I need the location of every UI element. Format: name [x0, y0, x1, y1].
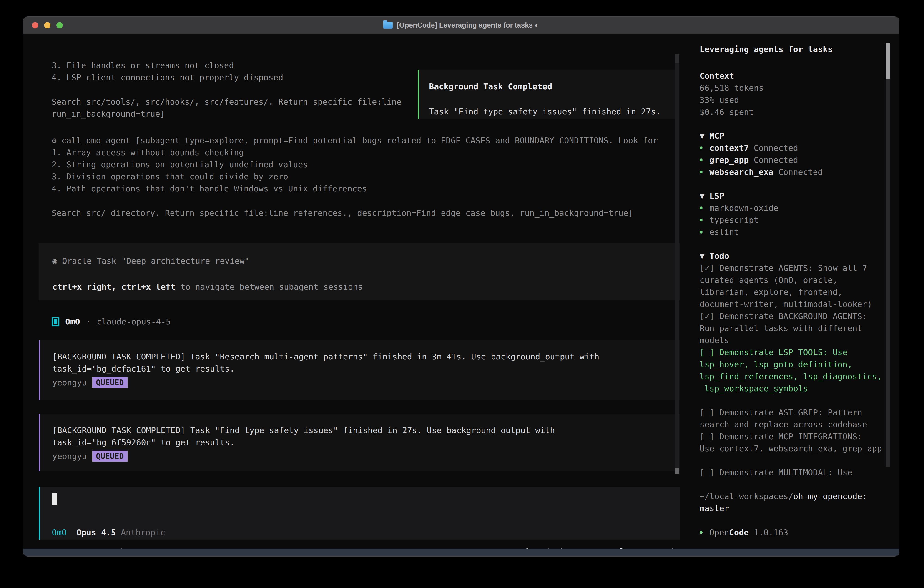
status-dot-icon: [700, 147, 703, 149]
spacer: [67, 528, 76, 537]
terminal-output-paragraph: Search src/tools/, src/hooks/, src/featu…: [52, 96, 401, 120]
message-line: task_id="bg_dcfac161" to get results.: [52, 363, 680, 375]
chat-scrollbar[interactable]: [675, 54, 679, 474]
input-meta-row: OmO Opus 4.5 Anthropic: [52, 528, 165, 537]
message-meta-row: yeongyu QUEUED: [52, 451, 680, 462]
message-author: yeongyu: [52, 378, 87, 387]
sidebar: Leveraging agents for tasks Context 66,5…: [685, 34, 899, 548]
message-line: [BACKGROUND TASK COMPLETED] Task "Find t…: [52, 424, 680, 436]
context-heading: Context: [700, 70, 899, 82]
chat-scrollbar-thumb[interactable]: [675, 468, 679, 474]
status-dot-icon: [700, 159, 703, 162]
spacer: [116, 528, 121, 537]
todo-section-pending: [ ] Demonstrate AST-GREP: Pattern search…: [700, 406, 899, 454]
oracle-task-title-line: ◉ Oracle Task "Deep architecture review": [52, 255, 680, 267]
chevron-down-icon: ▼: [700, 191, 710, 201]
lsp-name: typescript: [710, 214, 759, 226]
tool-call-block: ⚙ call_omo_agent [subagent_type=explore,…: [52, 134, 658, 219]
chat-scrollbar-top[interactable]: [675, 54, 679, 63]
app-version: 1.0.163: [749, 526, 788, 538]
tool-call-item: 3. Division operations that could divide…: [52, 170, 658, 183]
status-dot-icon: [700, 218, 703, 221]
lsp-heading[interactable]: ▼ LSP: [700, 190, 899, 202]
gear-icon: ⚙: [52, 136, 57, 145]
mcp-status: Connected: [774, 166, 823, 178]
text-cursor: [52, 493, 57, 505]
todo-section: ▼ Todo [✓] Demonstrate AGENTS: Show all …: [700, 250, 899, 395]
screen: [OpenCode] Leveraging agents for tasks ◐…: [0, 0, 924, 588]
mcp-item: grep_app Connected: [700, 154, 899, 166]
chat-area: 3. File handles or streams not closed 4.…: [23, 34, 683, 548]
lsp-item: markdown-oxide: [700, 202, 899, 214]
message-line: [BACKGROUND TASK COMPLETED] Task "Resear…: [52, 351, 680, 363]
prompt-input[interactable]: OmO Opus 4.5 Anthropic: [39, 487, 680, 540]
shortcut-keys: ctrl+x right, ctrl+x left: [52, 282, 175, 291]
app-window: [OpenCode] Leveraging agents for tasks ◐…: [23, 17, 899, 557]
agent-model: claude-opus-4-5: [97, 317, 171, 326]
notification-body: Task "Find type safety issues" finished …: [429, 106, 678, 117]
chevron-down-icon: ▼: [700, 131, 710, 140]
agent-session-row[interactable]: OmO · claude-opus-4-5: [52, 315, 171, 328]
git-branch: master: [700, 502, 899, 514]
close-button[interactable]: [32, 22, 38, 28]
todo-line: librarian, explore, frontend,: [700, 286, 899, 298]
context-section: Context 66,518 tokens 33% used $0.46 spe…: [700, 70, 899, 118]
todo-section-multimodal: [ ] Demonstrate MULTIMODAL: Use: [700, 466, 899, 478]
workspace-path-block: ~/local-workspaces/oh-my-opencode: maste…: [700, 490, 899, 514]
todo-line: [✓] Demonstrate BACKGROUND AGENTS:: [700, 310, 899, 322]
terminal-line: 3. File handles or streams not closed: [52, 59, 283, 71]
lsp-heading-label: LSP: [710, 191, 724, 201]
sidebar-scrollbar[interactable]: [886, 43, 890, 467]
mcp-name: websearch_exa: [710, 166, 774, 178]
context-spent: $0.46 spent: [700, 106, 899, 118]
separator-dot: ·: [86, 317, 91, 326]
queued-message: [BACKGROUND TASK COMPLETED] Task "Find t…: [39, 414, 680, 471]
mcp-item: websearch_exa Connected: [700, 166, 899, 178]
todo-heading[interactable]: ▼ Todo: [700, 250, 899, 262]
todo-line: [ ] Demonstrate MCP INTEGRATIONS:: [700, 430, 899, 443]
todo-line: [✓] Demonstrate AGENTS: Show all 7: [700, 262, 899, 274]
lsp-name: markdown-oxide: [710, 202, 778, 214]
folder-icon: [383, 22, 393, 29]
input-provider: Anthropic: [121, 528, 165, 537]
todo-line-active: [ ] Demonstrate LSP TOOLS: Use: [700, 346, 899, 358]
titlebar: [OpenCode] Leveraging agents for tasks ◐: [23, 17, 899, 34]
todo-line: models: [700, 334, 899, 346]
oracle-hint-line: ctrl+x right, ctrl+x left to navigate be…: [52, 281, 680, 293]
oracle-task-panel[interactable]: ◉ Oracle Task "Deep architecture review"…: [39, 243, 680, 301]
status-badge: QUEUED: [92, 451, 127, 462]
tool-call-item: 4. Path operations that don't handle Win…: [52, 183, 658, 195]
terminal-output-paragraph: 3. File handles or streams not closed 4.…: [52, 59, 283, 83]
terminal-line: 4. LSP client connections not properly d…: [52, 71, 283, 83]
version-row: OpenCode 1.0.163: [700, 526, 899, 538]
mcp-name: context7: [710, 142, 749, 154]
minimize-button[interactable]: [44, 22, 51, 28]
context-used: 33% used: [700, 94, 899, 106]
status-dot-icon: [700, 531, 703, 534]
todo-line: Run parallel tasks with different: [700, 322, 899, 334]
input-model: Opus 4.5: [76, 528, 116, 537]
status-dot-icon: [700, 206, 703, 210]
todo-line-active: lsp_workspace_symbols: [700, 382, 899, 395]
maximize-button[interactable]: [56, 22, 63, 28]
input-agent: OmO: [52, 528, 67, 537]
mcp-heading[interactable]: ▼ MCP: [700, 130, 899, 142]
status-dot-icon: [700, 231, 703, 233]
message-line: task_id="bg_6f59260c" to get results.: [52, 436, 680, 448]
lsp-item: typescript: [700, 214, 899, 226]
tool-call-header: ⚙ call_omo_agent [subagent_type=explore,…: [52, 134, 658, 147]
status-dot-icon: [700, 170, 703, 173]
tool-call-item: 1. Array access without bounds checking: [52, 147, 658, 159]
mcp-heading-label: MCP: [710, 131, 724, 140]
notification-title: Background Task Completed: [429, 81, 678, 92]
mcp-status: Connected: [749, 142, 798, 154]
todo-line-active: lsp_find_references, lsp_diagnostics,: [700, 370, 899, 382]
agent-icon: [52, 317, 59, 326]
sidebar-scrollbar-thumb[interactable]: [886, 43, 890, 79]
message-author: yeongyu: [52, 452, 87, 461]
queued-message: [BACKGROUND TASK COMPLETED] Task "Resear…: [39, 340, 680, 400]
window-title: [OpenCode] Leveraging agents for tasks ◐: [397, 21, 539, 29]
todo-line: [ ] Demonstrate AST-GREP: Pattern: [700, 406, 899, 418]
mcp-status: Connected: [749, 154, 798, 166]
terminal-line: run_in_background=true]: [52, 108, 401, 120]
